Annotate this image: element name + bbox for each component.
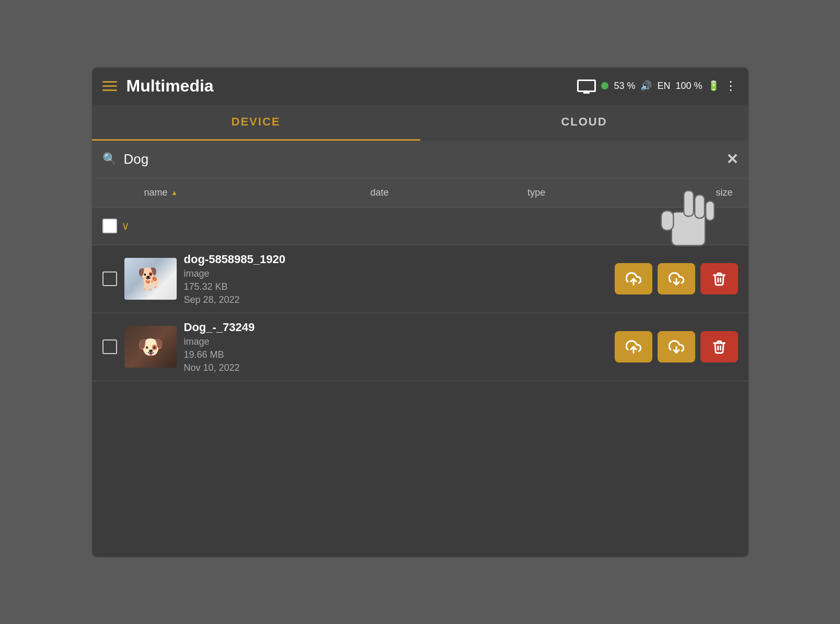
col-header-name[interactable]: name ▲ [144,187,301,198]
upload-button-1[interactable] [615,263,652,294]
table-row: dog-5858985_1920 image 175.32 KB Sep 28,… [92,245,749,313]
file-size-2: 19.66 MB [184,349,607,360]
language-label: EN [657,81,670,92]
tab-cloud[interactable]: CLOUD [420,105,749,141]
file-info-2: Dog_-_73249 image 19.66 MB Nov 10, 2022 [184,321,607,373]
battery-label: 53 % [614,81,635,92]
title-bar: Multimedia 53 % 🔊 EN 100 % 🔋 ⋮ [92,67,749,105]
select-all-checkbox[interactable] [102,219,117,233]
file-type-1: image [184,268,607,279]
sort-arrow-icon: ▲ [171,188,178,197]
more-menu-button[interactable]: ⋮ [724,78,738,93]
file-date-2: Nov 10, 2022 [184,362,607,373]
delete-button-1[interactable] [700,263,738,294]
search-input[interactable] [124,151,719,167]
file-size-1: 175.32 KB [184,281,607,292]
hamburger-menu[interactable] [102,81,117,91]
select-all-row: ∨ [92,208,749,245]
upload-button-2[interactable] [615,331,652,362]
file-checkbox-2[interactable] [102,339,117,354]
file-name-2: Dog_-_73249 [184,321,607,334]
file-checkbox-1[interactable] [102,271,117,286]
volume-icon: 🔊 [640,80,652,92]
connection-dot [601,82,608,89]
file-thumbnail-1 [124,258,177,300]
search-bar: 🔍 ✕ [92,141,749,178]
file-date-1: Sep 28, 2022 [184,294,607,305]
select-dropdown-button[interactable]: ∨ [121,219,130,233]
table-row: Dog_-_73249 image 19.66 MB Nov 10, 2022 [92,313,749,381]
search-icon: 🔍 [102,152,117,166]
brightness-label: 100 % [675,81,702,92]
col-header-size[interactable]: size [615,187,738,198]
file-name-1: dog-5858985_1920 [184,253,607,266]
tab-bar: DEVICE CLOUD [92,105,749,141]
col-header-date[interactable]: date [301,187,458,198]
column-headers: name ▲ date type size [92,178,749,208]
status-bar: 53 % 🔊 EN 100 % 🔋 ⋮ [577,78,738,93]
battery-icon: 🔋 [708,80,719,92]
delete-button-2[interactable] [700,331,738,362]
file-thumbnail-2 [124,326,177,368]
download-button-1[interactable] [658,263,695,294]
file-info-1: dog-5858985_1920 image 175.32 KB Sep 28,… [184,253,607,305]
file-type-2: image [184,336,607,347]
app-title: Multimedia [126,76,578,96]
screen-icon [577,80,596,92]
col-header-type[interactable]: type [458,187,615,198]
file-actions-1 [615,263,738,294]
download-button-2[interactable] [658,331,695,362]
tab-device[interactable]: DEVICE [92,105,420,141]
clear-button[interactable]: ✕ [726,151,738,168]
file-actions-2 [615,331,738,362]
